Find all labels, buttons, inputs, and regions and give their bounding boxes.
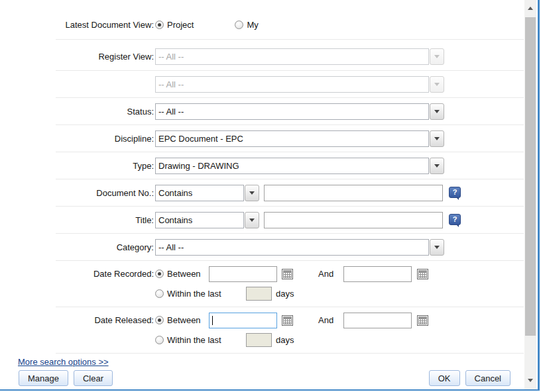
chevron-down-icon[interactable] [430,158,444,174]
text-caret [212,316,213,325]
calendar-icon[interactable] [417,315,428,326]
document-no-input[interactable] [264,185,443,201]
calendar-icon[interactable] [282,315,293,326]
category-select[interactable] [155,239,444,256]
date-recorded-days-input[interactable] [246,287,272,301]
calendar-icon[interactable] [282,269,293,279]
scrollbar-thumb[interactable] [525,17,536,336]
arrow-down-icon [528,379,533,382]
document-no-operator-select[interactable] [155,185,259,201]
radio-label-recorded-between: Between [167,269,201,279]
chevron-down-icon [430,76,444,93]
status-label: Status: [56,103,155,120]
title-operator-select[interactable] [155,212,259,228]
radio-icon-released-within[interactable] [155,336,164,344]
register-view-select [155,48,444,65]
latest-document-view-row: Latest Document View: Project My [56,0,524,40]
radio-icon-released-between[interactable] [155,316,164,324]
radio-icon-my[interactable] [235,21,243,29]
chevron-down-icon[interactable] [430,239,444,256]
register-view-row: Register View: [56,40,524,71]
document-no-label: Document No.: [56,185,155,201]
register-view-sub-select [155,76,444,93]
help-icon[interactable]: ? [449,187,461,198]
clear-button[interactable]: Clear [74,370,113,386]
radio-option-recorded-between[interactable]: Between [155,269,209,279]
calendar-icon[interactable] [417,269,428,279]
date-released-from-input[interactable] [209,313,277,328]
chevron-down-icon[interactable] [245,212,259,228]
help-icon[interactable]: ? [449,214,461,225]
dialog-footer: Manage Clear OK Cancel [0,370,524,386]
date-recorded-to-input[interactable] [343,266,412,282]
footer-right-buttons: OK Cancel [429,370,511,386]
footer-left-buttons: Manage Clear [19,370,113,386]
date-released-days-input[interactable] [246,333,272,347]
dialog-border-right [538,0,540,391]
document-no-operator[interactable] [155,185,244,201]
title-row: Title: ? [56,207,524,234]
radio-option-released-within[interactable]: Within the last [155,335,246,345]
date-released-label: Date Released: [56,312,155,328]
type-value[interactable] [155,158,429,174]
scroll-up-button[interactable] [524,0,536,16]
title-operator[interactable] [155,212,244,228]
document-no-row: Document No.: ? [56,179,524,207]
more-search-options-link[interactable]: More search options >> [18,357,109,367]
radio-label-my: My [247,20,258,30]
radio-option-my[interactable]: My [235,20,258,30]
cancel-button[interactable]: Cancel [465,370,511,386]
latest-document-view-label: Latest Document View: [56,17,155,33]
register-view-sub-value [155,76,429,93]
date-released-to-wrap [343,313,412,328]
chevron-down-icon[interactable] [430,130,444,147]
dialog-border-bottom [0,389,540,391]
status-select[interactable] [155,103,444,120]
discipline-row: Discipline: [56,125,524,152]
date-released-row: Date Released: Between [56,307,524,354]
search-dialog-content: Latest Document View: Project My Registe… [0,0,524,389]
register-view-sub-row [56,71,524,98]
radio-option-released-between[interactable]: Between [155,315,209,325]
radio-option-recorded-within[interactable]: Within the last [155,289,246,299]
category-value[interactable] [155,239,429,256]
type-label: Type: [56,158,155,174]
title-input[interactable] [264,212,443,228]
date-released-to-input[interactable] [343,313,412,328]
vertical-scrollbar[interactable] [524,0,536,389]
chevron-down-icon[interactable] [430,103,444,120]
date-recorded-from-input[interactable] [209,266,277,282]
days-label: days [276,289,294,299]
radio-icon-recorded-within[interactable] [155,289,164,298]
date-recorded-to-wrap [343,266,412,282]
ok-button[interactable]: OK [429,370,460,386]
radio-label-released-within: Within the last [167,335,221,345]
date-recorded-row: Date Recorded: Between [56,261,524,307]
scroll-down-button[interactable] [524,372,536,388]
and-label: And [318,315,333,325]
chevron-down-icon [430,48,444,65]
days-label: days [276,335,294,345]
radio-icon-recorded-between[interactable] [155,270,164,278]
chevron-down-icon[interactable] [245,185,259,201]
radio-label-recorded-within: Within the last [167,289,221,299]
radio-option-project[interactable]: Project [155,20,194,30]
manage-button[interactable]: Manage [19,370,68,386]
radio-icon-project[interactable] [155,21,164,29]
register-view-label: Register View: [56,48,155,65]
latest-view-radio-group: Project My [155,18,259,32]
radio-label-released-between: Between [167,315,201,325]
discipline-label: Discipline: [56,130,155,147]
arrow-up-icon [528,7,533,10]
status-value[interactable] [155,103,429,120]
date-recorded-from-wrap [209,266,277,282]
title-label: Title: [56,212,155,228]
status-row: Status: [56,98,524,125]
date-released-from-wrap [209,313,277,328]
type-select[interactable] [155,158,444,174]
radio-label-project: Project [167,20,194,30]
category-label: Category: [56,239,155,256]
date-recorded-label: Date Recorded: [56,266,155,282]
discipline-select[interactable] [155,130,444,147]
discipline-value[interactable] [155,130,429,147]
